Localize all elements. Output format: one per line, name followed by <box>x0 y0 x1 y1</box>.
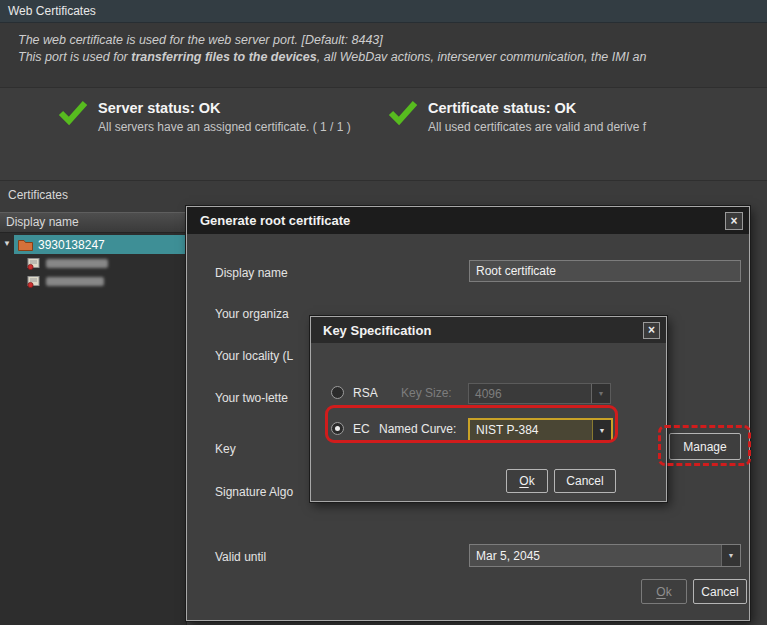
info-panel: The web certificate is used for the web … <box>0 23 767 87</box>
dropdown-arrow-icon: ▼ <box>591 384 610 403</box>
key-size-value: 4096 <box>469 384 591 403</box>
server-status-title: Server status: OK <box>98 100 351 116</box>
tree-item-label: 3930138247 <box>38 238 105 252</box>
redacted-label <box>46 277 104 286</box>
key-dialog-body: RSA Key Size: 4096 ▼ EC Named Curve: NIS… <box>311 343 666 502</box>
server-status-subtitle: All servers have an assigned certificate… <box>98 120 351 134</box>
ok-button-rest: k <box>666 585 672 599</box>
display-name-input[interactable] <box>469 260 741 282</box>
server-status: Server status: OK All servers have an as… <box>58 100 351 134</box>
valid-until-label: Valid until <box>215 550 266 564</box>
rsa-label[interactable]: RSA <box>353 386 378 400</box>
key-size-label: Key Size: <box>401 386 452 400</box>
dialog-titlebar: Generate root certificate × <box>187 207 749 234</box>
redacted-label <box>46 259 108 268</box>
organization-label: Your organiza <box>215 307 289 321</box>
key-dialog-titlebar: Key Specification × <box>311 317 666 343</box>
certificates-section-title: Certificates <box>8 188 68 202</box>
named-curve-combobox[interactable]: NIST P-384 ▼ <box>468 418 613 442</box>
certificate-status-subtitle: All used certificates are valid and deri… <box>428 120 646 134</box>
display-name-column-header[interactable]: Display name <box>0 212 187 233</box>
ec-radio[interactable] <box>331 422 344 435</box>
key-ok-mnemonic: O <box>519 474 528 488</box>
info-line-2-post: , all WebDav actions, interserver commun… <box>317 50 647 64</box>
valid-until-combobox[interactable]: Mar 5, 2045 ▼ <box>469 544 741 567</box>
tree-item-child[interactable] <box>0 254 186 272</box>
key-ok-rest: k <box>529 474 535 488</box>
key-size-combobox[interactable]: 4096 ▼ <box>468 383 611 404</box>
tree-item-root[interactable]: ▼ 3930138247 <box>0 235 186 254</box>
display-name-label: Display name <box>215 266 288 280</box>
key-label: Key <box>215 442 236 456</box>
two-letter-country-label: Your two-lette <box>215 391 288 405</box>
certificate-status: Certificate status: OK All used certific… <box>388 100 646 134</box>
folder-icon <box>18 239 33 251</box>
dialog-title: Generate root certificate <box>200 213 725 228</box>
status-panel: Server status: OK All servers have an as… <box>0 87 767 181</box>
info-line-2: This port is used for transferring files… <box>18 49 767 66</box>
ec-label[interactable]: EC <box>353 422 370 436</box>
info-line-2-bold: transferring files to the devices <box>131 50 316 64</box>
ok-button-mnemonic: O <box>656 585 665 599</box>
key-dialog-title: Key Specification <box>323 323 643 338</box>
page-title: Web Certificates <box>8 4 96 18</box>
info-line-2-pre: This port is used for <box>18 50 131 64</box>
server-check-icon <box>58 100 88 126</box>
certificate-icon <box>27 257 40 270</box>
named-curve-label: Named Curve: <box>379 422 456 436</box>
key-specification-dialog: Key Specification × RSA Key Size: 4096 ▼… <box>310 316 667 502</box>
manage-button[interactable]: Manage <box>669 433 741 460</box>
locality-label: Your locality (L <box>215 349 293 363</box>
certificate-status-title: Certificate status: OK <box>428 100 646 116</box>
signature-algorithm-label: Signature Algo <box>215 485 293 499</box>
dropdown-arrow-icon[interactable]: ▼ <box>592 420 611 440</box>
tree-expand-icon[interactable]: ▼ <box>3 239 11 249</box>
valid-until-value: Mar 5, 2045 <box>470 545 721 566</box>
key-cancel-button[interactable]: Cancel <box>554 469 616 493</box>
certificate-icon <box>27 275 40 288</box>
ok-button[interactable]: Ok <box>641 579 687 604</box>
app-root: Web Certificates The web certificate is … <box>0 0 767 625</box>
tree-item-root-selection[interactable]: 3930138247 <box>14 235 186 254</box>
key-dialog-close-icon[interactable]: × <box>643 322 660 339</box>
dropdown-arrow-icon[interactable]: ▼ <box>721 545 740 566</box>
certificate-check-icon <box>388 100 418 126</box>
certificate-tree: ▼ 3930138247 <box>0 233 187 625</box>
info-line-1: The web certificate is used for the web … <box>18 32 767 49</box>
key-ok-button[interactable]: Ok <box>506 469 548 493</box>
tree-item-child[interactable] <box>0 272 186 290</box>
named-curve-value: NIST P-384 <box>470 420 592 440</box>
close-icon[interactable]: × <box>725 212 743 230</box>
rsa-radio[interactable] <box>331 386 344 399</box>
cancel-button[interactable]: Cancel <box>693 579 747 604</box>
page-header: Web Certificates <box>0 0 767 23</box>
